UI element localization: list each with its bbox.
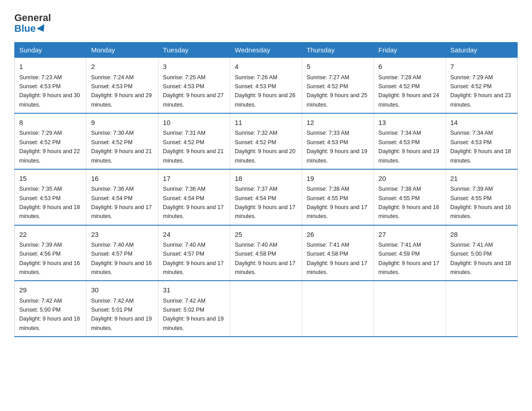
calendar-cell: 10 Sunrise: 7:31 AMSunset: 4:52 PMDaylig…	[158, 113, 230, 169]
calendar-cell	[374, 281, 446, 337]
calendar-cell: 27 Sunrise: 7:41 AMSunset: 4:59 PMDaylig…	[374, 225, 446, 281]
day-info: Sunrise: 7:41 AMSunset: 4:58 PMDaylight:…	[307, 242, 368, 275]
week-row-4: 22 Sunrise: 7:39 AMSunset: 4:56 PMDaylig…	[15, 225, 518, 281]
day-info: Sunrise: 7:40 AMSunset: 4:57 PMDaylight:…	[163, 242, 224, 275]
calendar-cell: 5 Sunrise: 7:27 AMSunset: 4:52 PMDayligh…	[302, 58, 373, 113]
calendar-cell: 24 Sunrise: 7:40 AMSunset: 4:57 PMDaylig…	[158, 225, 230, 281]
day-info: Sunrise: 7:40 AMSunset: 4:57 PMDaylight:…	[91, 242, 152, 275]
calendar-cell: 12 Sunrise: 7:33 AMSunset: 4:53 PMDaylig…	[302, 113, 373, 169]
day-info: Sunrise: 7:35 AMSunset: 4:53 PMDaylight:…	[19, 186, 80, 219]
calendar-cell: 9 Sunrise: 7:30 AMSunset: 4:52 PMDayligh…	[86, 113, 158, 169]
page-header: General Blue	[14, 11, 518, 34]
day-info: Sunrise: 7:26 AMSunset: 4:53 PMDaylight:…	[235, 74, 296, 108]
day-number: 3	[163, 61, 225, 72]
day-info: Sunrise: 7:31 AMSunset: 4:52 PMDaylight:…	[163, 130, 224, 163]
day-number: 9	[91, 117, 153, 128]
calendar-cell: 4 Sunrise: 7:26 AMSunset: 4:53 PMDayligh…	[230, 58, 302, 113]
day-number: 17	[163, 173, 225, 184]
calendar-cell: 16 Sunrise: 7:36 AMSunset: 4:54 PMDaylig…	[86, 169, 158, 225]
weekday-header-tuesday: Tuesday	[158, 43, 230, 58]
calendar-cell: 11 Sunrise: 7:32 AMSunset: 4:52 PMDaylig…	[230, 113, 302, 169]
day-number: 15	[19, 173, 82, 184]
weekday-header-row: SundayMondayTuesdayWednesdayThursdayFrid…	[15, 43, 518, 58]
calendar-cell: 28 Sunrise: 7:41 AMSunset: 5:00 PMDaylig…	[446, 225, 517, 281]
day-info: Sunrise: 7:29 AMSunset: 4:52 PMDaylight:…	[19, 130, 80, 163]
day-info: Sunrise: 7:24 AMSunset: 4:53 PMDaylight:…	[91, 74, 152, 108]
weekday-header-saturday: Saturday	[446, 43, 517, 58]
calendar-cell: 3 Sunrise: 7:25 AMSunset: 4:53 PMDayligh…	[158, 58, 230, 113]
calendar-cell: 15 Sunrise: 7:35 AMSunset: 4:53 PMDaylig…	[15, 169, 86, 225]
calendar-cell: 13 Sunrise: 7:34 AMSunset: 4:53 PMDaylig…	[374, 113, 446, 169]
day-info: Sunrise: 7:37 AMSunset: 4:54 PMDaylight:…	[235, 186, 296, 219]
logo-general-text: General	[14, 13, 51, 23]
day-number: 21	[450, 173, 513, 184]
day-info: Sunrise: 7:38 AMSunset: 4:55 PMDaylight:…	[307, 186, 368, 219]
day-info: Sunrise: 7:42 AMSunset: 5:01 PMDaylight:…	[91, 298, 152, 331]
logo-arrow-icon	[37, 24, 47, 34]
week-row-2: 8 Sunrise: 7:29 AMSunset: 4:52 PMDayligh…	[15, 113, 518, 169]
weekday-header-monday: Monday	[86, 43, 158, 58]
day-number: 14	[450, 117, 513, 128]
logo-blue-text: Blue	[14, 23, 51, 34]
calendar-cell: 26 Sunrise: 7:41 AMSunset: 4:58 PMDaylig…	[302, 225, 373, 281]
calendar-cell: 2 Sunrise: 7:24 AMSunset: 4:53 PMDayligh…	[86, 58, 158, 113]
day-number: 28	[450, 229, 513, 240]
day-number: 1	[19, 61, 82, 72]
day-number: 2	[91, 61, 153, 72]
calendar-cell: 8 Sunrise: 7:29 AMSunset: 4:52 PMDayligh…	[15, 113, 86, 169]
day-info: Sunrise: 7:36 AMSunset: 4:54 PMDaylight:…	[91, 186, 152, 219]
calendar-cell: 31 Sunrise: 7:42 AMSunset: 5:02 PMDaylig…	[158, 281, 230, 337]
weekday-header-thursday: Thursday	[302, 43, 373, 58]
calendar-cell: 14 Sunrise: 7:34 AMSunset: 4:53 PMDaylig…	[446, 113, 517, 169]
day-info: Sunrise: 7:41 AMSunset: 5:00 PMDaylight:…	[450, 242, 511, 275]
calendar-cell: 29 Sunrise: 7:42 AMSunset: 5:00 PMDaylig…	[15, 281, 86, 337]
day-number: 18	[235, 173, 297, 184]
day-info: Sunrise: 7:34 AMSunset: 4:53 PMDaylight:…	[378, 130, 439, 163]
calendar-cell: 1 Sunrise: 7:23 AMSunset: 4:53 PMDayligh…	[15, 58, 86, 113]
day-number: 12	[307, 117, 369, 128]
day-number: 26	[307, 229, 369, 240]
calendar-cell	[302, 281, 373, 337]
day-number: 16	[91, 173, 153, 184]
calendar-cell: 18 Sunrise: 7:37 AMSunset: 4:54 PMDaylig…	[230, 169, 302, 225]
day-info: Sunrise: 7:32 AMSunset: 4:52 PMDaylight:…	[235, 130, 296, 163]
day-number: 7	[450, 61, 513, 72]
day-number: 10	[163, 117, 225, 128]
day-info: Sunrise: 7:42 AMSunset: 5:02 PMDaylight:…	[163, 298, 224, 331]
calendar-cell: 17 Sunrise: 7:36 AMSunset: 4:54 PMDaylig…	[158, 169, 230, 225]
day-number: 5	[307, 61, 369, 72]
day-info: Sunrise: 7:23 AMSunset: 4:53 PMDaylight:…	[19, 74, 80, 108]
day-info: Sunrise: 7:39 AMSunset: 4:55 PMDaylight:…	[450, 186, 511, 219]
day-number: 8	[19, 117, 82, 128]
week-row-5: 29 Sunrise: 7:42 AMSunset: 5:00 PMDaylig…	[15, 281, 518, 337]
day-number: 23	[91, 229, 153, 240]
calendar-cell: 20 Sunrise: 7:38 AMSunset: 4:55 PMDaylig…	[374, 169, 446, 225]
day-info: Sunrise: 7:42 AMSunset: 5:00 PMDaylight:…	[19, 298, 80, 331]
day-info: Sunrise: 7:39 AMSunset: 4:56 PMDaylight:…	[19, 242, 80, 275]
calendar-cell: 19 Sunrise: 7:38 AMSunset: 4:55 PMDaylig…	[302, 169, 373, 225]
calendar-cell: 7 Sunrise: 7:29 AMSunset: 4:52 PMDayligh…	[446, 58, 517, 113]
day-number: 30	[91, 285, 153, 295]
day-number: 29	[19, 285, 82, 295]
day-info: Sunrise: 7:29 AMSunset: 4:52 PMDaylight:…	[450, 74, 511, 108]
day-number: 11	[235, 117, 297, 128]
day-info: Sunrise: 7:30 AMSunset: 4:52 PMDaylight:…	[91, 130, 152, 163]
day-number: 13	[378, 117, 441, 128]
day-info: Sunrise: 7:33 AMSunset: 4:53 PMDaylight:…	[307, 130, 368, 163]
week-row-3: 15 Sunrise: 7:35 AMSunset: 4:53 PMDaylig…	[15, 169, 518, 225]
day-number: 22	[19, 229, 82, 240]
day-info: Sunrise: 7:27 AMSunset: 4:52 PMDaylight:…	[307, 74, 368, 108]
day-number: 20	[378, 173, 441, 184]
week-row-1: 1 Sunrise: 7:23 AMSunset: 4:53 PMDayligh…	[15, 58, 518, 113]
day-number: 31	[163, 285, 225, 295]
calendar-table: SundayMondayTuesdayWednesdayThursdayFrid…	[14, 42, 518, 337]
calendar-cell	[230, 281, 302, 337]
day-number: 25	[235, 229, 297, 240]
logo: General Blue	[14, 13, 51, 34]
calendar-cell: 6 Sunrise: 7:28 AMSunset: 4:52 PMDayligh…	[374, 58, 446, 113]
calendar-cell: 22 Sunrise: 7:39 AMSunset: 4:56 PMDaylig…	[15, 225, 86, 281]
day-number: 19	[307, 173, 369, 184]
calendar-cell: 25 Sunrise: 7:40 AMSunset: 4:58 PMDaylig…	[230, 225, 302, 281]
day-info: Sunrise: 7:28 AMSunset: 4:52 PMDaylight:…	[378, 74, 439, 108]
calendar-cell: 23 Sunrise: 7:40 AMSunset: 4:57 PMDaylig…	[86, 225, 158, 281]
